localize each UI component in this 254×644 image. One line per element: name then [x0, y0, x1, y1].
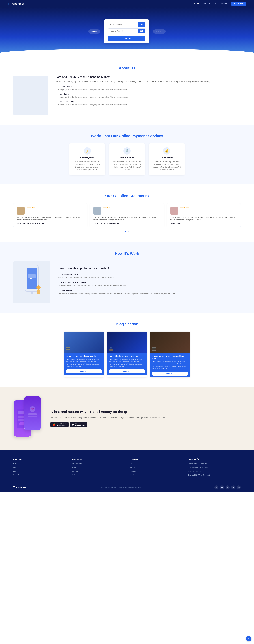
avatar-2: [93, 206, 101, 214]
blog-card-3: 💻 Easy transaction less time and less co…: [150, 332, 190, 378]
svg-rect-16: [28, 414, 37, 415]
amount-badge: Amount: [88, 30, 100, 34]
footer-address: Medina, Kitaniya Road - USA: [188, 462, 241, 465]
footer-contact: Contact Info Medina, Kitaniya Road - USA…: [188, 458, 241, 477]
footer-download-links: IOS Android Windows MacOS: [130, 462, 183, 476]
avatar-1: [17, 206, 25, 214]
footer-company-title: Company: [13, 458, 66, 460]
pinterest-icon[interactable]: p: [231, 486, 235, 489]
app-phone: Send Money 💜: [13, 396, 43, 441]
google-play-badge[interactable]: ▶ Get it on Google Play: [70, 422, 87, 427]
dot-1[interactable]: [125, 231, 126, 232]
about-image: img: [13, 76, 48, 115]
footer-company: Company Home About Blog Contact: [13, 458, 66, 477]
twitter-icon[interactable]: t: [226, 486, 230, 489]
step-3: 3. Send Money This is the main part of o…: [58, 290, 175, 295]
blog-btn-3[interactable]: About More: [153, 372, 188, 376]
blog-grid: 💳 Money is transferred very quickly! Tra…: [13, 332, 241, 378]
footer-help-discord[interactable]: Discord Server: [72, 463, 82, 465]
app-content: A fast and secure way to send money on t…: [50, 410, 169, 427]
step-3-desc: This is the main part of our website. Yo…: [58, 292, 175, 295]
testimonial-author-3: Williams / Senior: [170, 222, 237, 224]
footer-link-contact[interactable]: Contact: [13, 474, 19, 476]
receiver-row: GBP: [108, 28, 145, 34]
list-item: Android: [130, 466, 183, 468]
footer-help: Help Center Discord Server Twitter Faceb…: [72, 458, 124, 477]
list-item: Windows: [130, 470, 183, 472]
logo-text: Transfoney: [10, 2, 25, 5]
other-social-icon[interactable]: ◎: [237, 486, 241, 489]
footer-help-contact[interactable]: Contact Us: [72, 474, 79, 476]
blog-btn-1[interactable]: About More: [66, 370, 101, 374]
feature-reliable-desc: A long ways off, behind the word mountai…: [58, 103, 211, 106]
google-play-sub: Get it on: [75, 423, 85, 424]
how-title: How It's Work: [13, 252, 241, 256]
blog-section: Blog Section 💳 Money is transferred very…: [0, 313, 254, 387]
low-cost-icon: 💰: [163, 147, 170, 154]
app-heading: A fast and secure way to send money on t…: [50, 410, 169, 414]
list-item: Home: [13, 462, 66, 465]
footer-link-home[interactable]: Home: [13, 463, 18, 465]
sender-row: USD: [108, 22, 145, 27]
hero-section: Amount USD GBP Continue Payment: [0, 8, 254, 57]
testimonials-grid: ★★★★★ "I'm truly appreciate to utilize t…: [13, 203, 241, 228]
testimonial-2: ★★★★ "I'm truly appreciate to utilize th…: [90, 203, 164, 228]
footer-dl-android[interactable]: Android: [130, 466, 135, 468]
nav-blog[interactable]: Blog: [214, 3, 217, 5]
footer-bottom: Transfoney Copyright © 2023.Company name…: [13, 486, 241, 489]
footer-dl-windows[interactable]: Windows: [130, 470, 136, 472]
app-store-name: App Store: [57, 424, 66, 426]
footer-grid: Company Home About Blog Contact Help Cen…: [13, 458, 241, 477]
blog-title-1: Money is transferred very quickly!: [66, 355, 101, 357]
login-button[interactable]: Login Now: [231, 2, 246, 6]
footer-company-links: Home About Blog Contact: [13, 462, 66, 476]
payment-badge: Payment: [153, 30, 166, 34]
list-item: Blog: [13, 470, 66, 472]
sender-input[interactable]: [108, 22, 138, 27]
blog-btn-2[interactable]: About More: [109, 370, 145, 374]
stars-2: ★★★★: [93, 206, 161, 209]
app-store-badge[interactable]: 🍎 Download on the App Store: [50, 422, 69, 427]
svg-text:?: ?: [31, 272, 33, 275]
carousel-dots: [13, 230, 241, 233]
testimonials-section: Our Satisfied Customers ★★★★★ "I'm truly…: [0, 184, 254, 242]
svg-point-5: [36, 286, 41, 290]
footer-help-twitter[interactable]: Twitter: [72, 466, 76, 468]
svg-text:💜: 💜: [31, 408, 34, 410]
service-safe-secure: 🛡️ Safe & Secure Ours is a reliable site…: [109, 144, 145, 175]
continue-button[interactable]: Continue: [108, 36, 145, 41]
footer-dl-macos[interactable]: MacOS: [130, 474, 135, 476]
receiver-input[interactable]: [108, 28, 138, 33]
converter: Amount USD GBP Continue Payment: [8, 19, 246, 44]
footer-dl-ios[interactable]: IOS: [130, 463, 133, 465]
how-section: How It's Work PAY ? How to use this app …: [0, 242, 254, 313]
blog-title-3: Easy transaction less time and less cost…: [153, 355, 188, 359]
dot-2[interactable]: [128, 231, 129, 232]
instagram-icon[interactable]: in: [220, 486, 224, 489]
fast-payment-icon: ⚡: [84, 147, 91, 154]
nav-home[interactable]: Home: [194, 3, 199, 5]
list-item: IOS: [130, 462, 183, 465]
nav-about[interactable]: About Us: [203, 3, 210, 5]
footer-link-blog[interactable]: Blog: [13, 470, 17, 472]
feature-fast-title: Fast Platform: [56, 93, 211, 95]
facebook-icon[interactable]: f: [214, 486, 218, 489]
svg-rect-6: [37, 290, 40, 294]
store-badges: 🍎 Download on the App Store ▶ Get it on …: [50, 422, 169, 427]
app-store-sub: Download on the: [57, 423, 66, 424]
list-item: Twitter: [72, 466, 124, 468]
fast-payment-desc: It is possible to send money to the send…: [72, 160, 102, 171]
footer-link-about[interactable]: About: [13, 466, 17, 468]
feature-fast: Fast Platform A long ways off, behind th…: [56, 93, 211, 98]
footer-help-facebook[interactable]: Facebook: [72, 470, 79, 472]
safe-secure-desc: Ours is a reliable site for online money…: [112, 160, 142, 171]
feature-trusted-desc: A long ways off, behind the word mountai…: [58, 88, 211, 91]
svg-rect-3: [28, 274, 36, 278]
svg-rect-17: [28, 416, 37, 418]
nav-contact[interactable]: Contact: [221, 3, 227, 5]
app-desc: Download our app for free to send money …: [50, 416, 169, 419]
testimonials-title: Our Satisfied Customers: [13, 194, 241, 198]
list-item: About: [13, 466, 66, 468]
blog-card-2: 🔒 A reliable site very safe & secure. Tr…: [107, 332, 147, 378]
nav-links: Home About Us Blog Contact Login Now: [194, 2, 246, 6]
